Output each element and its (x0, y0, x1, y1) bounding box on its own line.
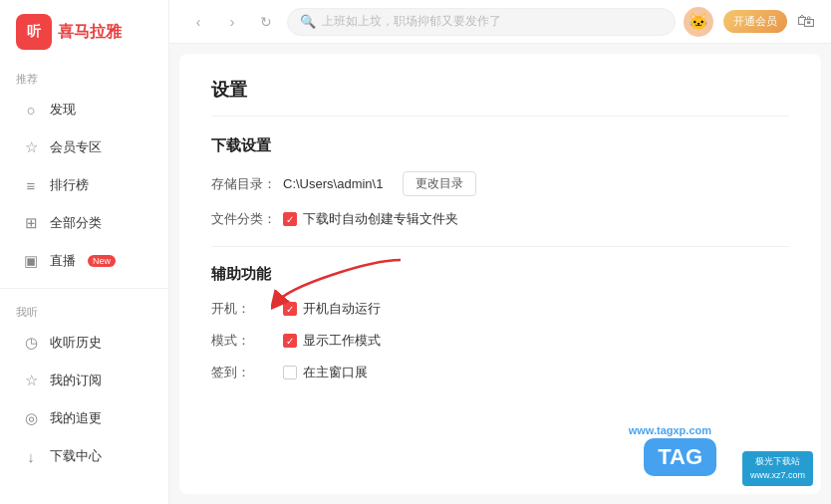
signin-label: 签到： (211, 364, 283, 381)
sidebar-item-discover[interactable]: ○ 发现 (6, 92, 162, 127)
file-category-row: 文件分类： ✓ 下载时自动创建专辑文件夹 (211, 210, 789, 228)
watermark-jiguang: 极光下载站www.xz7.com (742, 451, 813, 486)
search-placeholder-text: 上班如上坟，职场抑郁又要发作了 (322, 13, 501, 30)
subscribe-icon: ☆ (22, 372, 40, 389)
change-dir-button[interactable]: 更改目录 (403, 171, 476, 196)
aux-section-header: 辅助功能 (211, 265, 271, 300)
sidebar-item-live[interactable]: ▣ 直播 New (6, 243, 162, 279)
sidebar-item-download-label: 下载中心 (50, 447, 102, 465)
vip-icon: ☆ (22, 138, 40, 156)
watermark-tag-box: TAG (644, 438, 716, 476)
autostart-checkbox[interactable]: ✓ (283, 302, 297, 316)
sidebar-item-live-label: 直播 (50, 252, 76, 270)
sidebar-item-discover-label: 发现 (50, 101, 76, 119)
discover-icon: ○ (22, 101, 40, 119)
storage-path: C:\Users\admin\1 (283, 176, 383, 191)
mode-label: 模式： (211, 332, 283, 350)
file-category-value: ✓ 下载时自动创建专辑文件夹 (283, 210, 458, 228)
main-area: ‹ › ↻ 🔍 上班如上坟，职场抑郁又要发作了 🐱 开通会员 🛍 设置 下载设置… (169, 0, 831, 504)
sidebar-item-rank[interactable]: ≡ 排行榜 (6, 167, 162, 203)
section-divider-1 (211, 246, 789, 247)
autostart-label: 开机： (211, 300, 283, 318)
sidebar-item-vip-label: 会员专区 (50, 138, 102, 156)
sidebar-item-subscribe-label: 我的订阅 (50, 372, 102, 389)
download-section-title: 下载设置 (211, 136, 789, 155)
signin-row: 签到： 在主窗口展 (211, 364, 789, 381)
sidebar-item-history-label: 收听历史 (50, 334, 102, 352)
signin-value: 在主窗口展 (283, 364, 368, 381)
mode-checkbox[interactable]: ✓ (283, 334, 297, 348)
search-bar[interactable]: 🔍 上班如上坟，职场抑郁又要发作了 (287, 8, 676, 36)
app-name: 喜马拉雅 (58, 22, 122, 43)
vip-button[interactable]: 开通会员 (723, 10, 787, 33)
sidebar-item-download[interactable]: ↓ 下载中心 (6, 438, 162, 474)
follow-icon: ◎ (22, 409, 40, 427)
my-section-label: 我听 (0, 297, 168, 324)
storage-row: 存储目录： C:\Users\admin\1 更改目录 (211, 171, 789, 196)
file-category-checkbox-label: 下载时自动创建专辑文件夹 (303, 210, 458, 228)
mode-checkbox-item[interactable]: ✓ 显示工作模式 (283, 332, 381, 350)
sidebar-item-rank-label: 排行榜 (50, 176, 89, 194)
recommend-section-label: 推荐 (0, 64, 168, 91)
rank-icon: ≡ (22, 176, 40, 194)
sidebar-item-category-label: 全部分类 (50, 214, 102, 232)
logo-icon: 听 (16, 14, 52, 50)
category-icon: ⊞ (22, 214, 40, 232)
back-button[interactable]: ‹ (185, 9, 211, 35)
avatar[interactable]: 🐱 (684, 7, 713, 37)
sidebar-item-subscribe[interactable]: ☆ 我的订阅 (6, 363, 162, 398)
autostart-value: ✓ 开机自动运行 (283, 300, 381, 318)
mode-checkbox-label: 显示工作模式 (303, 332, 381, 350)
sidebar-item-follow-label: 我的追更 (50, 409, 102, 427)
sidebar-item-follow[interactable]: ◎ 我的追更 (6, 400, 162, 436)
autostart-checkbox-label: 开机自动运行 (303, 300, 381, 318)
sidebar-divider (0, 288, 168, 289)
logo-area: 听 喜马拉雅 (0, 0, 168, 64)
topbar: ‹ › ↻ 🔍 上班如上坟，职场抑郁又要发作了 🐱 开通会员 🛍 (169, 0, 831, 44)
refresh-button[interactable]: ↻ (253, 9, 279, 35)
autostart-checkbox-item[interactable]: ✓ 开机自动运行 (283, 300, 381, 318)
mode-value: ✓ 显示工作模式 (283, 332, 381, 350)
cart-icon[interactable]: 🛍 (797, 11, 815, 32)
sidebar-item-vip[interactable]: ☆ 会员专区 (6, 129, 162, 165)
history-icon: ◷ (22, 334, 40, 352)
autostart-row: 开机： ✓ 开机自动运行 (211, 300, 789, 318)
storage-value-area: C:\Users\admin\1 更改目录 (283, 171, 476, 196)
storage-label: 存储目录： (211, 175, 283, 193)
sidebar-item-category[interactable]: ⊞ 全部分类 (6, 205, 162, 241)
live-badge: New (88, 255, 116, 267)
aux-section-title: 辅助功能 (211, 265, 271, 284)
topbar-right: 🐱 开通会员 🛍 (684, 7, 815, 37)
sidebar-item-history[interactable]: ◷ 收听历史 (6, 325, 162, 361)
mode-row: 模式： ✓ 显示工作模式 (211, 332, 789, 350)
page-title: 设置 (211, 78, 789, 117)
sidebar: 听 喜马拉雅 推荐 ○ 发现 ☆ 会员专区 ≡ 排行榜 ⊞ 全部分类 ▣ 直播 … (0, 0, 169, 504)
live-icon: ▣ (22, 252, 40, 270)
settings-content: 设置 下载设置 存储目录： C:\Users\admin\1 更改目录 文件分类… (179, 54, 821, 494)
watermark-url: www.tagxp.com (629, 424, 711, 436)
signin-checkbox[interactable] (283, 366, 297, 379)
signin-checkbox-item[interactable]: 在主窗口展 (283, 364, 368, 381)
search-icon: 🔍 (300, 14, 316, 29)
download-icon: ↓ (22, 447, 40, 465)
file-category-checkbox[interactable]: ✓ (283, 212, 297, 226)
signin-checkbox-label: 在主窗口展 (303, 364, 368, 381)
file-category-checkbox-item[interactable]: ✓ 下载时自动创建专辑文件夹 (283, 210, 458, 228)
forward-button[interactable]: › (219, 9, 245, 35)
file-category-label: 文件分类： (211, 210, 283, 228)
